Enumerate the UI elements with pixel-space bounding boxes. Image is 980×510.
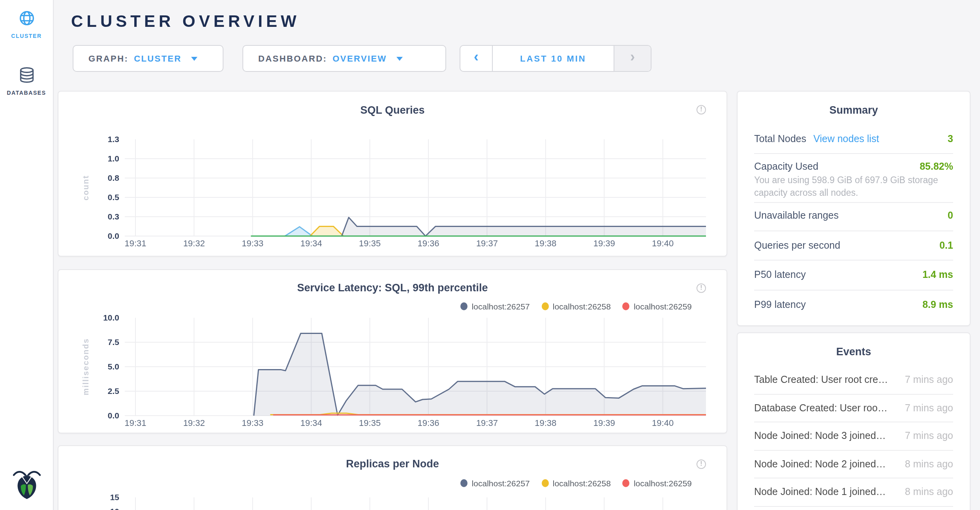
event-time: 8 mins ago: [905, 484, 953, 500]
divider: [754, 260, 953, 261]
event-text: Node Joined: Node 2 joined…: [754, 456, 899, 472]
chevron-left-icon: ‹: [474, 49, 479, 66]
summary-row-value: 0: [948, 208, 953, 223]
globe-icon: [18, 9, 35, 27]
summary-row: P50 latency1.4 ms: [754, 267, 953, 283]
chevron-down-icon: [191, 56, 197, 60]
chart-panel-sql-queries: SQL Queries ! 19:3119:3219:3319:3419:351…: [58, 91, 727, 257]
summary-row-value: 8.9 ms: [922, 296, 953, 312]
summary-row-label: P50 latency: [754, 267, 806, 283]
svg-text:0.3: 0.3: [108, 212, 119, 221]
svg-text:10: 10: [110, 507, 119, 510]
svg-text:0.5: 0.5: [108, 193, 120, 202]
svg-text:19:31: 19:31: [124, 238, 146, 248]
svg-text:10.0: 10.0: [103, 313, 119, 322]
divider: [754, 394, 953, 394]
svg-text:milliseconds: milliseconds: [81, 338, 90, 395]
summary-row: Unavailable ranges0: [754, 208, 953, 223]
sql-queries-chart: 19:3119:3219:3319:3419:3519:3619:3719:38…: [58, 92, 727, 256]
event-row[interactable]: Table Created: User root cre…7 mins ago: [754, 371, 953, 387]
capacity-note-line1: You are using 598.9 GiB of 697.9 GiB sto…: [754, 174, 953, 186]
summary-row-value: 1.4 ms: [922, 267, 953, 283]
svg-text:19:38: 19:38: [535, 418, 556, 428]
event-text: Table Created: User root cre…: [754, 371, 899, 387]
summary-row-label: Total Nodes: [754, 131, 806, 146]
svg-text:19:35: 19:35: [359, 238, 381, 248]
svg-text:19:37: 19:37: [476, 238, 498, 248]
svg-text:19:36: 19:36: [417, 418, 439, 428]
database-icon: [18, 66, 35, 84]
graph-dropdown[interactable]: GRAPH: CLUSTER: [73, 45, 223, 72]
chevron-right-icon: ›: [630, 49, 635, 66]
sidebar-item-cluster[interactable]: CLUSTER: [0, 9, 53, 39]
event-row[interactable]: Node Joined: Node 2 joined…8 mins ago: [754, 456, 953, 472]
service-latency-chart: 19:3119:3219:3319:3419:3519:3619:3719:38…: [58, 270, 727, 433]
summary-row-label: Queries per second: [754, 237, 840, 253]
summary-row: P99 latency8.9 ms: [754, 296, 953, 312]
divider: [754, 506, 953, 506]
cockroachdb-bug-icon: [11, 468, 43, 500]
divider: [754, 289, 953, 290]
event-time: 7 mins ago: [905, 371, 953, 387]
dashboard-dropdown[interactable]: DASHBOARD: OVERVIEW: [242, 45, 446, 72]
event-time: 8 mins ago: [905, 456, 953, 472]
divider: [754, 478, 953, 478]
time-range-selector: ‹ LAST 10 MIN ›: [460, 45, 651, 72]
svg-text:5.0: 5.0: [108, 362, 119, 371]
divider: [754, 202, 953, 203]
svg-text:19:40: 19:40: [652, 418, 674, 428]
svg-text:19:33: 19:33: [242, 238, 263, 248]
svg-text:0.0: 0.0: [108, 231, 119, 240]
summary-row-label: Unavailable ranges: [754, 208, 839, 223]
view-nodes-list-link[interactable]: View nodes list: [813, 131, 879, 146]
summary-row-value: 0.1: [939, 237, 953, 253]
event-row[interactable]: Database Created: User roo…7 mins ago: [754, 400, 953, 416]
page-title: CLUSTER OVERVIEW: [71, 12, 300, 31]
svg-text:19:37: 19:37: [476, 418, 498, 428]
dashboard-dropdown-value: OVERVIEW: [332, 54, 387, 63]
divider: [754, 422, 953, 422]
event-text: Node Joined: Node 3 joined…: [754, 428, 899, 444]
chevron-down-icon: [396, 56, 403, 60]
summary-row-label: P99 latency: [754, 296, 806, 312]
sidebar-item-databases[interactable]: DATABASES: [0, 66, 53, 96]
svg-text:2.5: 2.5: [108, 386, 120, 396]
right-column: Summary Total NodesView nodes list3Capac…: [737, 91, 971, 510]
event-row[interactable]: Node Joined: Node 3 joined…7 mins ago: [754, 428, 953, 444]
charts-column: SQL Queries ! 19:3119:3219:3319:3419:351…: [58, 91, 727, 510]
sidebar-item-label: CLUSTER: [0, 33, 53, 39]
svg-text:19:38: 19:38: [535, 238, 556, 248]
graph-dropdown-value: CLUSTER: [134, 54, 182, 63]
capacity-note-line2: capacity across all nodes.: [754, 186, 953, 199]
svg-text:19:31: 19:31: [124, 418, 146, 428]
event-time: 7 mins ago: [905, 428, 953, 444]
svg-text:7.5: 7.5: [108, 338, 120, 347]
sidebar-item-label: DATABASES: [0, 90, 53, 96]
svg-text:19:34: 19:34: [300, 418, 322, 428]
dashboard-dropdown-label: DASHBOARD:: [258, 54, 327, 63]
summary-title: Summary: [738, 104, 970, 116]
time-next-button[interactable]: ›: [614, 46, 651, 71]
chart-panel-service-latency: Service Latency: SQL, 99th percentile ! …: [58, 269, 727, 433]
svg-text:19:36: 19:36: [417, 238, 439, 248]
summary-row: Queries per second0.1: [754, 237, 953, 253]
summary-row-label: Capacity Used: [754, 159, 819, 174]
summary-row-value: 85.82%: [920, 159, 953, 174]
svg-text:19:40: 19:40: [652, 238, 674, 248]
svg-text:19:32: 19:32: [183, 418, 205, 428]
svg-text:count: count: [81, 175, 90, 200]
svg-text:19:32: 19:32: [183, 238, 205, 248]
event-row[interactable]: Node Joined: Node 1 joined…8 mins ago: [754, 484, 953, 500]
sidebar: CLUSTER DATABASES: [0, 0, 54, 510]
svg-text:19:33: 19:33: [242, 418, 263, 428]
events-card: Events Table Created: User root cre…7 mi…: [737, 332, 971, 510]
svg-text:1.3: 1.3: [108, 135, 119, 144]
events-title: Events: [738, 346, 970, 358]
cockroachdb-logo[interactable]: [0, 468, 54, 503]
time-range-value[interactable]: LAST 10 MIN: [493, 46, 614, 71]
event-text: Node Joined: Node 1 joined…: [754, 484, 899, 500]
summary-row: Total NodesView nodes list3: [754, 131, 953, 146]
time-prev-button[interactable]: ‹: [460, 46, 493, 71]
event-time: 7 mins ago: [905, 400, 953, 416]
svg-text:1.0: 1.0: [108, 154, 119, 163]
